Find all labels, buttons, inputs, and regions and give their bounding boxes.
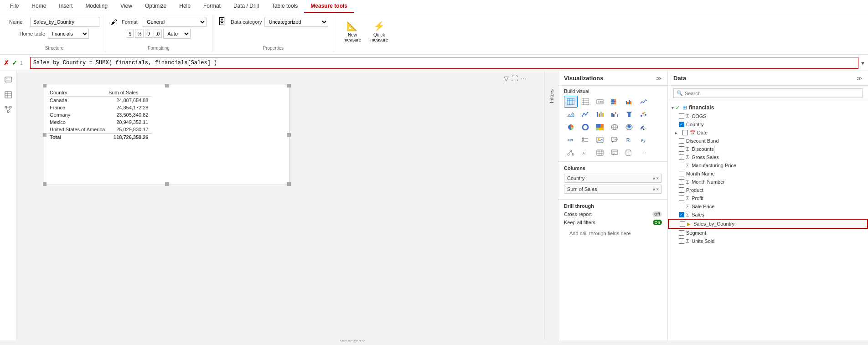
data-item-month-name-checkbox[interactable] <box>679 171 684 176</box>
tab-table-tools[interactable]: Table tools <box>265 0 304 13</box>
viz-btn-r[interactable]: R <box>622 134 636 146</box>
viz-btn-python[interactable]: Py <box>637 134 651 146</box>
viz-btn-funnel[interactable] <box>622 108 636 120</box>
data-item-country-checkbox[interactable]: ✓ <box>679 122 684 127</box>
formula-input[interactable] <box>30 57 858 69</box>
viz-field-sales-close[interactable]: × <box>656 187 659 192</box>
data-item-month-number[interactable]: Σ Month Number <box>668 178 868 186</box>
resize-tr[interactable] <box>287 84 291 88</box>
data-category-select[interactable]: Uncategorized <box>264 17 328 27</box>
tab-insert[interactable]: Insert <box>52 0 79 13</box>
data-item-sales[interactable]: ✓ Σ Sales <box>668 211 868 219</box>
tab-data-drill[interactable]: Data / Drill <box>227 0 265 13</box>
resize-tm[interactable] <box>165 84 169 88</box>
viz-btn-slicer[interactable] <box>579 134 592 146</box>
data-item-discount-band-checkbox[interactable] <box>679 138 684 144</box>
viz-field-sales[interactable]: Sum of Sales ▾ × <box>564 185 662 194</box>
viz-btn-smart-narr[interactable] <box>608 147 621 159</box>
percent-btn[interactable]: % <box>135 30 144 38</box>
resize-ml[interactable] <box>43 133 46 137</box>
viz-field-country[interactable]: Country ▾ × <box>564 174 662 183</box>
data-item-discounts[interactable]: Σ Discounts <box>668 145 868 153</box>
decimal-btn[interactable]: .0 <box>154 30 162 38</box>
viz-btn-qa[interactable]: Q&A <box>608 134 621 146</box>
data-item-month-name[interactable]: Month Name <box>668 170 868 178</box>
viz-btn-decomp[interactable] <box>564 147 578 159</box>
data-item-cogs[interactable]: Σ COGS <box>668 112 868 120</box>
focus-mode-icon[interactable]: ⛶ <box>512 75 518 82</box>
currency-btn[interactable]: $ <box>127 30 134 38</box>
formula-cancel-button[interactable]: ✗ <box>4 59 9 67</box>
quick-measure-button[interactable]: ⚡ Quick measure <box>367 19 392 44</box>
data-item-discounts-checkbox[interactable] <box>679 146 684 152</box>
data-item-date-checkbox[interactable] <box>682 130 688 135</box>
viz-btn-pie[interactable] <box>564 121 578 133</box>
data-item-sales-checkbox[interactable]: ✓ <box>679 212 684 217</box>
tab-home[interactable]: Home <box>25 0 52 13</box>
viz-add-drill-fields[interactable]: Add drill-through fields here <box>564 228 662 239</box>
viz-btn-donut[interactable] <box>579 121 592 133</box>
viz-btn-card[interactable]: 123 <box>593 96 607 108</box>
viz-btn-map[interactable] <box>608 121 621 133</box>
data-item-country[interactable]: ✓ Country <box>668 120 868 129</box>
report-view-icon[interactable] <box>3 75 14 86</box>
data-item-sale-price-checkbox[interactable] <box>679 204 684 209</box>
viz-btn-treemap[interactable] <box>593 121 607 133</box>
viz-btn-gauge[interactable] <box>637 121 651 133</box>
home-table-select[interactable]: financials <box>48 29 89 39</box>
data-item-segment[interactable]: Segment <box>668 229 868 237</box>
more-options-icon[interactable]: ··· <box>521 75 526 82</box>
data-expand-icon[interactable]: ≫ <box>857 75 863 82</box>
data-item-units-sold-checkbox[interactable] <box>679 238 684 244</box>
data-item-product[interactable]: Product <box>668 186 868 194</box>
tab-optimize[interactable]: Optimize <box>139 0 173 13</box>
tab-view[interactable]: View <box>114 0 139 13</box>
data-search-input[interactable] <box>685 91 859 96</box>
data-item-manufacturing-price-checkbox[interactable] <box>679 163 684 168</box>
resize-tl[interactable] <box>43 84 46 88</box>
data-group-financials[interactable]: ▾ ✓ ⊞ financials <box>668 103 868 112</box>
viz-btn-paginated[interactable] <box>622 147 636 159</box>
viz-btn-col[interactable] <box>622 96 636 108</box>
tab-help[interactable]: Help <box>173 0 197 13</box>
data-view-icon[interactable] <box>3 89 14 100</box>
model-view-icon[interactable] <box>3 104 14 115</box>
name-input[interactable] <box>30 17 99 27</box>
viz-cross-report-toggle[interactable]: Off <box>652 211 662 217</box>
viz-btn-line[interactable] <box>637 96 651 108</box>
filter-icon[interactable]: ▽ <box>504 75 509 82</box>
auto-select[interactable]: Auto <box>163 29 191 39</box>
data-item-month-number-checkbox[interactable] <box>679 179 684 185</box>
viz-btn-table[interactable] <box>564 96 578 108</box>
data-item-manufacturing-price[interactable]: Σ Manufacturing Price <box>668 161 868 170</box>
formula-expand-arrow[interactable]: ▾ <box>861 59 864 67</box>
data-item-gross-sales-checkbox[interactable] <box>679 154 684 160</box>
data-item-discount-band[interactable]: Discount Band <box>668 137 868 145</box>
viz-btn-matrix[interactable] <box>579 96 592 108</box>
data-item-sale-price[interactable]: Σ Sale Price <box>668 202 868 211</box>
tab-modeling[interactable]: Modeling <box>79 0 114 13</box>
viz-expand-icon[interactable]: ≫ <box>656 75 662 82</box>
data-item-units-sold[interactable]: Σ Units Sold <box>668 237 868 245</box>
viz-btn-more[interactable]: ··· <box>637 147 651 159</box>
viz-field-country-close[interactable]: × <box>656 176 659 181</box>
viz-btn-table2[interactable] <box>593 147 607 159</box>
viz-btn-line2[interactable] <box>579 108 592 120</box>
data-item-date[interactable]: ▸ 📅 Date <box>668 129 868 137</box>
viz-keep-filters-toggle[interactable]: On <box>653 220 662 225</box>
viz-btn-ribbon[interactable] <box>593 108 607 120</box>
tab-file[interactable]: File <box>4 0 25 13</box>
viz-btn-bar[interactable] <box>608 96 621 108</box>
data-item-profit-checkbox[interactable] <box>679 196 684 201</box>
data-item-product-checkbox[interactable] <box>679 187 684 193</box>
resize-bm[interactable] <box>165 182 169 186</box>
resize-br[interactable] <box>287 182 291 186</box>
viz-field-country-chevron[interactable]: ▾ <box>653 176 655 181</box>
resize-bl[interactable] <box>43 182 46 186</box>
tab-format[interactable]: Format <box>197 0 227 13</box>
viz-btn-filled-map[interactable] <box>622 121 636 133</box>
resize-mr[interactable] <box>287 133 291 137</box>
viz-field-sales-chevron[interactable]: ▾ <box>653 187 655 192</box>
viz-btn-area[interactable] <box>564 108 578 120</box>
format-select[interactable]: General <box>143 17 207 27</box>
